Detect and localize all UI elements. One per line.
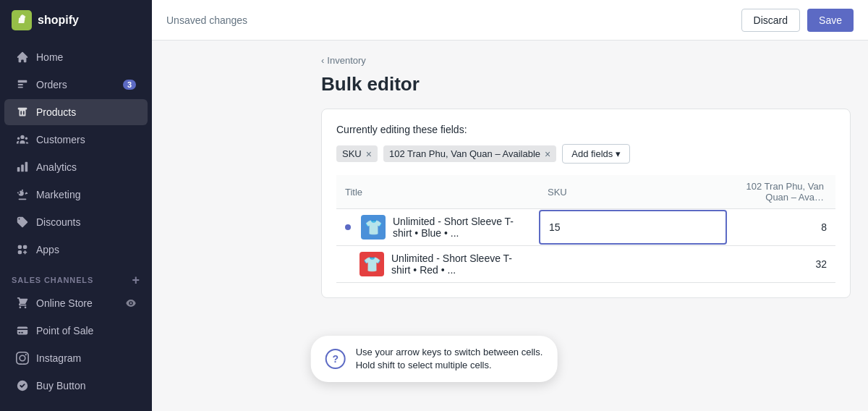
product-thumb-red: 👕 — [359, 252, 384, 276]
sidebar-item-home-label: Home — [36, 51, 63, 63]
tshirt-blue-icon: 👕 — [365, 219, 383, 236]
store-icon — [16, 297, 29, 310]
product-cell-1: 👕 Unlimited - Short Sleeve T-shirt • Blu… — [336, 209, 539, 245]
save-button[interactable]: Save — [807, 9, 854, 32]
sidebar-item-instagram[interactable]: Instagram — [4, 345, 148, 371]
col-title-header: Title — [336, 175, 539, 209]
qty-cell-1: 8 — [727, 209, 835, 246]
product-title-2: Unlimited - Short Sleeve T-shirt • Red •… — [391, 253, 530, 276]
tooltip-text: Use your arrow keys to switch between ce… — [356, 346, 543, 372]
orders-icon — [16, 78, 29, 91]
sidebar-item-customers[interactable]: Customers — [4, 127, 148, 153]
sidebar-item-analytics-label: Analytics — [36, 161, 77, 173]
page-title: Bulk editor — [321, 73, 851, 96]
products-icon — [16, 106, 29, 119]
sidebar-item-orders-label: Orders — [36, 79, 67, 90]
sidebar-item-analytics[interactable]: Analytics — [4, 154, 148, 180]
topbar-actions: Discard Save — [741, 9, 854, 32]
sidebar-item-customers-label: Customers — [36, 134, 85, 145]
discard-button[interactable]: Discard — [741, 9, 800, 32]
active-indicator — [345, 224, 351, 230]
tooltip-line1: Use your arrow keys to switch between ce… — [356, 346, 543, 359]
orders-badge: 3 — [123, 80, 136, 90]
sidebar-item-products[interactable]: Products — [4, 99, 148, 125]
topbar: Unsaved changes Discard Save — [152, 0, 868, 41]
sidebar-item-pos-label: Point of Sale — [36, 325, 93, 336]
product-cell-2: 👕 Unlimited - Short Sleeve T-shirt • Red… — [336, 246, 539, 282]
sidebar-item-apps[interactable]: Apps — [4, 237, 148, 263]
editor-card: Currently editing these fields: SKU × 10… — [321, 109, 851, 298]
pos-icon — [16, 324, 29, 337]
table-row: 👕 Unlimited - Short Sleeve T-shirt • Red… — [336, 246, 835, 283]
sidebar-item-pos[interactable]: Point of Sale — [4, 318, 148, 344]
marketing-icon — [16, 188, 29, 201]
sidebar-item-online-store-label: Online Store — [36, 297, 93, 309]
analytics-icon — [16, 161, 29, 174]
fields-label: Currently editing these fields: — [336, 124, 835, 135]
sales-channels-header: SALES CHANNELS + — [0, 263, 152, 289]
location-tag: 102 Tran Phu, Van Quan – Available × — [383, 145, 556, 162]
chevron-left-icon: ‹ — [321, 55, 324, 66]
table-row: 👕 Unlimited - Short Sleeve T-shirt • Blu… — [336, 209, 835, 246]
sku-tag-remove[interactable]: × — [366, 149, 372, 159]
customers-icon — [16, 133, 29, 146]
apps-icon — [16, 243, 29, 256]
sku-cell-1[interactable] — [539, 209, 727, 246]
instagram-icon — [16, 352, 29, 365]
topbar-title: Unsaved changes — [166, 14, 247, 26]
shopify-logo-icon — [12, 10, 32, 30]
location-tag-label: 102 Tran Phu, Van Quan – Available — [389, 148, 540, 159]
sku-input-1[interactable] — [539, 210, 727, 245]
qty-cell-2: 32 — [727, 246, 835, 283]
sidebar-item-discounts[interactable]: Discounts — [4, 209, 148, 235]
col-sku-header: SKU — [539, 175, 727, 209]
home-icon — [16, 51, 29, 64]
sku-tag-label: SKU — [342, 148, 362, 159]
sidebar-item-online-store[interactable]: Online Store — [4, 290, 148, 316]
sidebar-item-orders[interactable]: Orders 3 — [4, 72, 148, 98]
field-tags: SKU × 102 Tran Phu, Van Quan – Available… — [336, 144, 835, 164]
sku-cell-2[interactable] — [539, 246, 727, 283]
tshirt-red-icon: 👕 — [363, 255, 381, 273]
tooltip-bar: ? Use your arrow keys to switch between … — [311, 336, 558, 382]
sidebar-item-marketing[interactable]: Marketing — [4, 182, 148, 208]
add-fields-button[interactable]: Add fields ▾ — [562, 144, 630, 164]
sku-tag: SKU × — [336, 145, 378, 162]
sidebar-item-marketing-label: Marketing — [36, 189, 80, 200]
breadcrumb-label: Inventory — [327, 55, 365, 66]
product-thumb-blue: 👕 — [361, 215, 386, 240]
buy-button-icon — [16, 379, 29, 392]
sidebar-item-products-label: Products — [36, 106, 76, 118]
breadcrumb[interactable]: ‹ Inventory — [321, 55, 851, 66]
location-tag-remove[interactable]: × — [545, 149, 550, 159]
bulk-table: Title SKU 102 Tran Phu, Van Quan – Ava… … — [336, 175, 835, 283]
logo: shopify — [0, 0, 152, 41]
sidebar-item-apps-label: Apps — [36, 244, 59, 255]
discounts-icon — [16, 216, 29, 229]
add-sales-channel-button[interactable]: + — [132, 274, 140, 287]
sidebar-item-discounts-label: Discounts — [36, 216, 80, 228]
sidebar: shopify Home Orders 3 Products Customers… — [0, 0, 152, 411]
sidebar-item-instagram-label: Instagram — [36, 352, 81, 364]
product-title-1: Unlimited - Short Sleeve T-shirt • Blue … — [393, 216, 530, 239]
sidebar-item-buy-button-label: Buy Button — [36, 380, 86, 391]
sidebar-item-home[interactable]: Home — [4, 44, 148, 70]
eye-icon — [126, 298, 136, 308]
chevron-down-icon: ▾ — [616, 148, 621, 159]
info-icon: ? — [326, 349, 346, 369]
tooltip-line2: Hold shift to select multiple cells. — [356, 359, 543, 372]
nav-menu: Home Orders 3 Products Customers Analyti… — [0, 41, 152, 411]
col-qty-header: 102 Tran Phu, Van Quan – Ava… — [727, 175, 835, 209]
logo-text: shopify — [38, 14, 79, 27]
sidebar-item-buy-button[interactable]: Buy Button — [4, 373, 148, 399]
